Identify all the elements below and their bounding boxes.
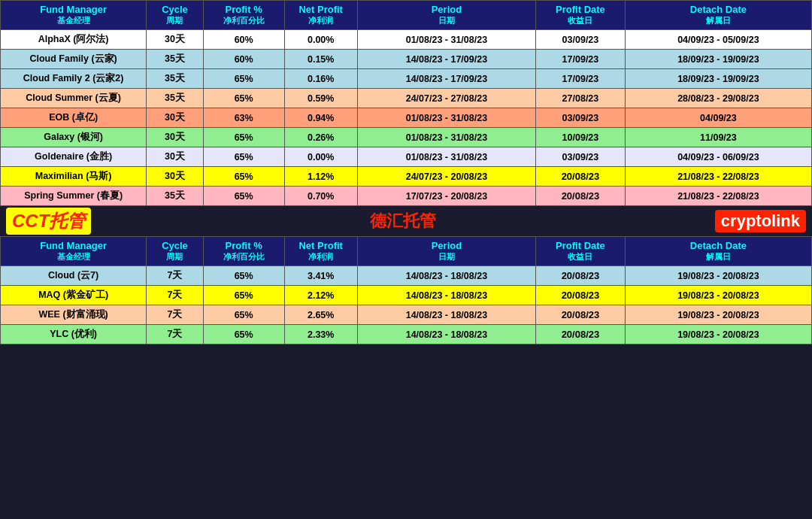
cell-net-profit: 0.26% (284, 128, 357, 147)
table-row: Galaxy (银河) 30天 65% 0.26% 01/08/23 - 31/… (1, 128, 812, 147)
cell-detach-date: 18/09/23 - 19/09/23 (625, 50, 811, 69)
cell-fund: Cloud Summer (云夏) (1, 89, 147, 108)
cell-profit-pct: 65% (203, 187, 284, 206)
header-net-profit: Net Profit 净利润 (284, 1, 357, 30)
cell-period: 14/08/23 - 18/08/23 (357, 325, 535, 344)
cell-profit-pct: 65% (203, 325, 284, 344)
header2-profit-date: Profit Date 收益日 (536, 237, 626, 266)
cell-cycle: 7天 (147, 325, 204, 344)
table1-wrapper: Fund Manager 基金经理 Cycle 周期 Profit % 净利百分… (0, 0, 812, 206)
cell-detach-date: 19/08/23 - 20/08/23 (625, 305, 811, 325)
cell-period: 01/08/23 - 31/08/23 (357, 108, 535, 128)
header-profit-date: Profit Date 收益日 (536, 1, 626, 30)
cell-detach-date: 04/09/23 - 05/09/23 (625, 30, 811, 50)
cell-period: 01/08/23 - 31/08/23 (357, 128, 535, 147)
cell-period: 24/07/23 - 27/08/23 (357, 89, 535, 108)
cell-detach-date: 28/08/23 - 29/08/23 (625, 89, 811, 108)
cell-profit-pct: 65% (203, 89, 284, 108)
cell-period: 14/08/23 - 18/08/23 (357, 266, 535, 286)
cell-detach-date: 11/09/23 (625, 128, 811, 147)
table1: Fund Manager 基金经理 Cycle 周期 Profit % 净利百分… (0, 0, 812, 206)
table-row: Cloud Family (云家) 35天 60% 0.15% 14/08/23… (1, 50, 812, 69)
table-row: YLC (优利) 7天 65% 2.33% 14/08/23 - 18/08/2… (1, 325, 812, 344)
cell-cycle: 30天 (147, 128, 204, 147)
header2-net-profit: Net Profit 净利润 (284, 237, 357, 266)
header-fund-manager: Fund Manager 基金经理 (1, 1, 147, 30)
cell-net-profit: 2.65% (284, 305, 357, 325)
cell-profit-pct: 65% (203, 286, 284, 305)
cell-profit-date: 10/09/23 (536, 128, 626, 147)
cell-detach-date: 19/08/23 - 20/08/23 (625, 325, 811, 344)
cell-cycle: 35天 (147, 89, 204, 108)
cell-profit-date: 20/08/23 (536, 286, 626, 305)
cell-cycle: 7天 (147, 305, 204, 325)
cell-fund: Galaxy (银河) (1, 128, 147, 147)
cell-cycle: 30天 (147, 108, 204, 128)
cct-label: CCT托管 (6, 208, 91, 235)
cell-fund: AlphaX (阿尔法) (1, 30, 147, 50)
cell-profit-date: 27/08/23 (536, 89, 626, 108)
cell-fund: MAQ (紫金矿工) (1, 286, 147, 305)
cell-profit-date: 20/08/23 (536, 167, 626, 187)
cell-fund: Maximilian (马斯) (1, 167, 147, 187)
header2-fund-manager: Fund Manager 基金经理 (1, 237, 147, 266)
cell-net-profit: 0.70% (284, 187, 357, 206)
table-row: Cloud Family 2 (云家2) 35天 65% 0.16% 14/08… (1, 69, 812, 89)
table-row: Spring Summer (春夏) 35天 65% 0.70% 17/07/2… (1, 187, 812, 206)
cell-cycle: 30天 (147, 167, 204, 187)
table-row: EOB (卓亿) 30天 63% 0.94% 01/08/23 - 31/08/… (1, 108, 812, 128)
header2-profit-pct: Profit % 净利百分比 (203, 237, 284, 266)
table2: Fund Manager 基金经理 Cycle 周期 Profit % 净利百分… (0, 236, 812, 344)
cell-fund: Spring Summer (春夏) (1, 187, 147, 206)
table2-wrapper: Fund Manager 基金经理 Cycle 周期 Profit % 净利百分… (0, 236, 812, 344)
header-profit-pct: Profit % 净利百分比 (203, 1, 284, 30)
cell-detach-date: 04/09/23 - 06/09/23 (625, 147, 811, 167)
cell-detach-date: 19/08/23 - 20/08/23 (625, 286, 811, 305)
cell-detach-date: 21/08/23 - 22/08/23 (625, 187, 811, 206)
header-detach-date: Detach Date 解属日 (625, 1, 811, 30)
cell-profit-pct: 65% (203, 167, 284, 187)
table-row: Cloud Summer (云夏) 35天 65% 0.59% 24/07/23… (1, 89, 812, 108)
header2-detach-date: Detach Date 解属日 (625, 237, 811, 266)
cell-profit-pct: 60% (203, 50, 284, 69)
cell-period: 14/08/23 - 18/08/23 (357, 305, 535, 325)
cell-fund: YLC (优利) (1, 325, 147, 344)
cell-period: 14/08/23 - 17/09/23 (357, 50, 535, 69)
cell-fund: EOB (卓亿) (1, 108, 147, 128)
cell-profit-pct: 65% (203, 305, 284, 325)
cell-cycle: 35天 (147, 187, 204, 206)
cell-profit-date: 20/08/23 (536, 325, 626, 344)
cell-fund: Cloud Family (云家) (1, 50, 147, 69)
cell-net-profit: 2.12% (284, 286, 357, 305)
table-row: MAQ (紫金矿工) 7天 65% 2.12% 14/08/23 - 18/08… (1, 286, 812, 305)
cell-period: 14/08/23 - 17/09/23 (357, 69, 535, 89)
cell-net-profit: 0.94% (284, 108, 357, 128)
cell-cycle: 35天 (147, 50, 204, 69)
cell-detach-date: 04/09/23 (625, 108, 811, 128)
table-row: Maximilian (马斯) 30天 65% 1.12% 24/07/23 -… (1, 167, 812, 187)
cell-detach-date: 18/09/23 - 19/09/23 (625, 69, 811, 89)
table-row: WEE (财富涌现) 7天 65% 2.65% 14/08/23 - 18/08… (1, 305, 812, 325)
cell-fund: Goldenaire (金胜) (1, 147, 147, 167)
cell-cycle: 7天 (147, 286, 204, 305)
cell-fund: Cloud (云7) (1, 266, 147, 286)
table-row: Cloud (云7) 7天 65% 3.41% 14/08/23 - 18/08… (1, 266, 812, 286)
cell-profit-pct: 65% (203, 69, 284, 89)
cell-fund: WEE (财富涌现) (1, 305, 147, 325)
cell-net-profit: 1.12% (284, 167, 357, 187)
cell-period: 01/08/23 - 31/08/23 (357, 147, 535, 167)
cell-profit-pct: 65% (203, 128, 284, 147)
cell-profit-date: 17/09/23 (536, 69, 626, 89)
header-period: Period 日期 (357, 1, 535, 30)
header-cycle: Cycle 周期 (147, 1, 204, 30)
cell-net-profit: 2.33% (284, 325, 357, 344)
cell-cycle: 30天 (147, 30, 204, 50)
header2-cycle: Cycle 周期 (147, 237, 204, 266)
cell-profit-date: 03/09/23 (536, 30, 626, 50)
cell-profit-pct: 60% (203, 30, 284, 50)
cell-profit-pct: 63% (203, 108, 284, 128)
table-row: Goldenaire (金胜) 30天 65% 0.00% 01/08/23 -… (1, 147, 812, 167)
cell-cycle: 7天 (147, 266, 204, 286)
cell-detach-date: 21/08/23 - 22/08/23 (625, 167, 811, 187)
cell-net-profit: 3.41% (284, 266, 357, 286)
